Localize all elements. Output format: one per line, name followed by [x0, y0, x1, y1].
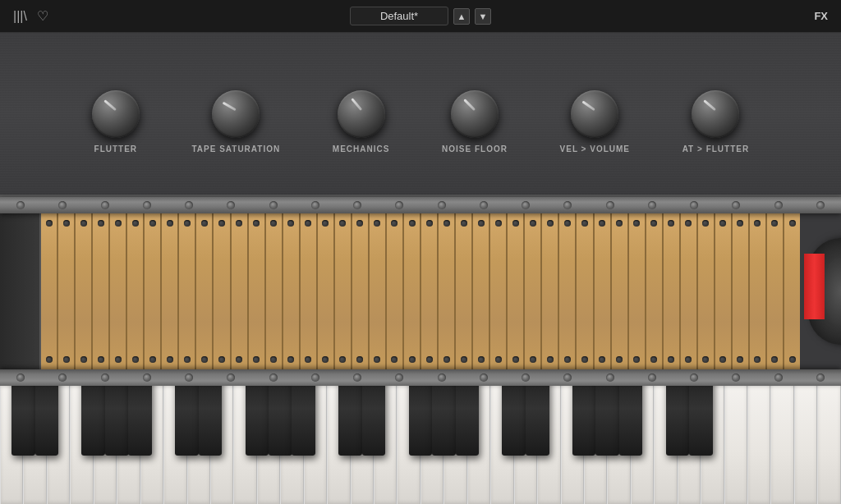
black-key[interactable]: [502, 377, 526, 456]
black-key[interactable]: [269, 377, 292, 456]
black-key[interactable]: [362, 377, 386, 456]
black-key[interactable]: [35, 377, 59, 456]
tape-card: [127, 213, 145, 369]
knob-label-noise-floor: NOISE FLOOR: [442, 144, 508, 153]
knob-label-flutter: FLUTTER: [94, 144, 138, 153]
knob-tape-saturation[interactable]: [212, 90, 260, 138]
tape-card-hole-top: [322, 220, 329, 227]
tape-card-hole-bottom: [46, 356, 53, 363]
white-key[interactable]: [817, 377, 840, 504]
tape-card-hole-bottom: [737, 356, 743, 363]
tape-card: [490, 213, 508, 369]
tape-card-hole-top: [789, 220, 796, 227]
black-key[interactable]: [689, 377, 713, 456]
black-key[interactable]: [199, 377, 223, 456]
screw: [480, 201, 488, 209]
knob-noise-floor[interactable]: [451, 90, 499, 138]
screw: [395, 373, 403, 382]
black-key[interactable]: [526, 377, 549, 456]
black-key[interactable]: [246, 377, 269, 456]
screw: [522, 373, 530, 382]
tape-card-hole-top: [461, 220, 467, 227]
fx-button[interactable]: FX: [814, 10, 828, 22]
library-icon[interactable]: |||\: [13, 9, 27, 24]
top-bar-left: |||\ ♡: [13, 8, 48, 24]
knob-flutter[interactable]: [92, 90, 140, 138]
black-key[interactable]: [128, 377, 152, 456]
black-key[interactable]: [666, 377, 690, 456]
tape-card-hole-bottom: [530, 356, 536, 363]
screw: [143, 201, 151, 209]
tape-card: [784, 213, 800, 369]
tape-card-hole-bottom: [236, 356, 242, 363]
screw: [227, 201, 235, 209]
white-key[interactable]: [724, 377, 747, 504]
tape-card-hole-top: [685, 220, 692, 227]
tape-card-hole-bottom: [167, 356, 173, 363]
rail-screws-top: [0, 197, 841, 213]
screw: [353, 201, 361, 209]
tape-card: [681, 213, 698, 369]
screw: [227, 373, 235, 382]
white-key[interactable]: [747, 377, 770, 504]
knob-label-tape-saturation: TAPE SATURATION: [191, 144, 280, 153]
black-key[interactable]: [595, 377, 619, 456]
tape-card-hole-top: [633, 220, 640, 227]
white-key[interactable]: [770, 377, 793, 504]
knob-mechanics[interactable]: [338, 90, 385, 138]
tape-card-hole-bottom: [685, 356, 692, 363]
tape-card: [508, 213, 525, 369]
screw: [101, 201, 109, 209]
tape-card: [404, 213, 421, 369]
tape-card-hole-bottom: [547, 356, 554, 363]
black-key[interactable]: [572, 377, 596, 456]
tape-card: [41, 213, 58, 369]
next-preset-button[interactable]: ▼: [475, 8, 491, 25]
knob-at-flutter[interactable]: [692, 90, 739, 138]
knob-group-tape-saturation: TAPE SATURATION: [191, 90, 280, 153]
black-key[interactable]: [292, 377, 315, 456]
tape-card: [473, 213, 490, 369]
tape-card-hole-bottom: [63, 356, 70, 363]
black-key[interactable]: [456, 377, 480, 456]
tape-card: [370, 213, 387, 369]
black-key[interactable]: [619, 377, 643, 456]
tape-card-hole-bottom: [339, 356, 346, 363]
black-key[interactable]: [81, 377, 105, 456]
screw: [438, 373, 446, 382]
tape-card-hole-bottom: [702, 356, 709, 363]
tape-card-hole-bottom: [409, 356, 416, 363]
prev-preset-button[interactable]: ▲: [453, 8, 470, 25]
black-key[interactable]: [175, 377, 199, 456]
rail-top: [0, 197, 841, 213]
tape-card-hole-top: [149, 220, 156, 227]
screw: [101, 373, 109, 382]
tape-card: [232, 213, 249, 369]
tape-card-hole-bottom: [218, 356, 225, 363]
favorite-icon[interactable]: ♡: [37, 8, 48, 24]
tape-card: [387, 213, 404, 369]
black-key[interactable]: [432, 377, 456, 456]
tape-card-hole-top: [167, 220, 173, 227]
tape-card: [318, 213, 335, 369]
tape-card: [162, 213, 179, 369]
black-key[interactable]: [338, 377, 362, 456]
black-key[interactable]: [409, 377, 433, 456]
tape-card-hole-top: [564, 220, 571, 227]
screw: [732, 373, 740, 382]
tape-card-hole-bottom: [495, 356, 502, 363]
black-key[interactable]: [11, 377, 35, 456]
screw: [816, 201, 825, 209]
tape-card-hole-top: [547, 220, 554, 227]
white-key[interactable]: [794, 377, 817, 504]
tape-card-hole-bottom: [201, 356, 208, 363]
preset-name[interactable]: Default*: [350, 7, 448, 25]
tape-card-hole-bottom: [512, 356, 519, 363]
black-key[interactable]: [105, 377, 129, 456]
knob-vel-volume[interactable]: [571, 90, 618, 138]
screw: [606, 201, 614, 209]
tape-strip: [804, 254, 825, 319]
tape-card: [301, 213, 318, 369]
screw: [269, 373, 278, 382]
tape-card: [456, 213, 473, 369]
